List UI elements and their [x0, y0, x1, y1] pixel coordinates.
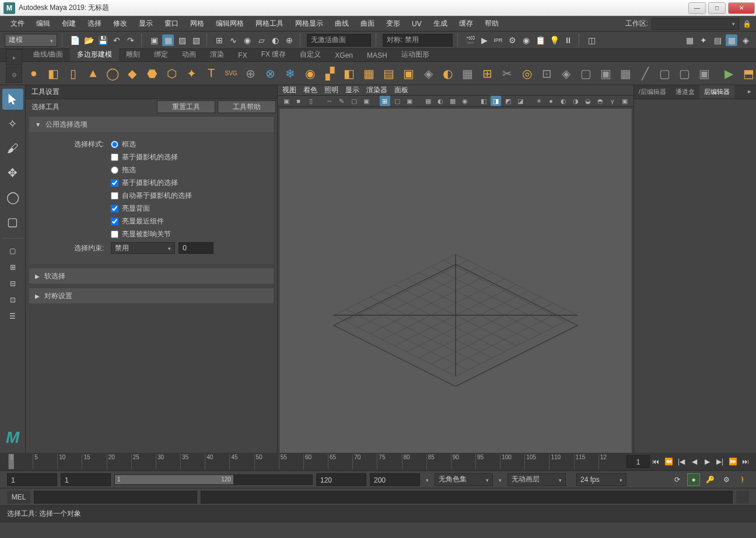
layout-four-icon[interactable]: ⊞: [2, 261, 23, 274]
select-hierarchy-icon[interactable]: ▣: [148, 34, 160, 46]
quad-draw-icon[interactable]: ⊞: [480, 65, 495, 82]
menu-editmesh[interactable]: 编辑网格: [210, 16, 250, 31]
svg-icon[interactable]: SVG: [223, 65, 239, 82]
shelf-tab-xgen[interactable]: XGen: [328, 50, 360, 61]
save-scene-icon[interactable]: 💾: [97, 34, 108, 46]
new-scene-icon[interactable]: 📄: [69, 34, 80, 46]
snap-curve-icon[interactable]: ∿: [228, 34, 239, 46]
layout-single-icon[interactable]: ▢: [2, 244, 23, 257]
vp-isolate-icon[interactable]: ◧: [478, 96, 489, 106]
freeze-icon[interactable]: ⊗: [263, 65, 278, 82]
tab-layer-editor[interactable]: 层编辑器: [699, 85, 734, 99]
vp-ao-icon[interactable]: ●: [546, 96, 556, 106]
lock-icon[interactable]: 🔒: [743, 20, 751, 28]
redo-icon[interactable]: ↷: [125, 34, 136, 46]
vp-view-transform-icon[interactable]: ▣: [620, 96, 630, 106]
right-panel-collapse-icon[interactable]: ▸: [743, 85, 756, 99]
retopo-icon[interactable]: ▦: [460, 65, 475, 82]
vp-resolution-gate-icon[interactable]: ▣: [361, 96, 372, 106]
current-frame-field[interactable]: 1: [626, 455, 650, 468]
shelf-extra-icon[interactable]: ⬒: [741, 65, 756, 82]
script-lang-toggle[interactable]: MEL: [7, 491, 30, 504]
open-scene-icon[interactable]: 📂: [83, 34, 94, 46]
shelf-tab-toggle[interactable]: ▸: [6, 49, 22, 65]
expose-icon[interactable]: ◫: [586, 34, 597, 46]
select-object-icon[interactable]: ▦: [162, 34, 174, 46]
paint-select-tool[interactable]: 🖌: [2, 138, 23, 159]
tool-help-button[interactable]: 工具帮助: [218, 100, 276, 113]
select-component-icon[interactable]: ▨: [176, 34, 188, 46]
menu-edit[interactable]: 编辑: [30, 16, 56, 31]
common-select-options-header[interactable]: ▼公用选择选项: [29, 117, 274, 132]
poly-cylinder-icon[interactable]: ▯: [66, 65, 81, 82]
shelf-tab-mash[interactable]: MASH: [360, 50, 394, 61]
poly-platonic-icon[interactable]: ⬡: [164, 65, 180, 82]
vp-menu-panels[interactable]: 面板: [394, 85, 408, 95]
step-forward-icon[interactable]: ▶|: [714, 456, 726, 467]
sculpt-icon[interactable]: ▢: [579, 65, 594, 82]
auto-camera-checkbox[interactable]: [111, 192, 118, 200]
vp-textured-icon[interactable]: ▩: [447, 96, 458, 106]
vp-exposure-icon[interactable]: ◓: [595, 96, 606, 106]
vp-safe-action-icon[interactable]: ▣: [404, 96, 415, 106]
set-key-icon[interactable]: 🔑: [704, 473, 716, 486]
poly-plane-icon[interactable]: ◆: [125, 65, 140, 82]
menu-mesh[interactable]: 网格: [184, 16, 210, 31]
script-editor-button[interactable]: [736, 491, 749, 504]
bridge-icon[interactable]: ▤: [382, 65, 397, 82]
menu-surfaces[interactable]: 曲面: [355, 16, 380, 31]
shelf-tab-rendering[interactable]: 渲染: [203, 48, 231, 61]
toggle-channel-icon[interactable]: ▤: [712, 34, 723, 46]
menu-display[interactable]: 显示: [133, 16, 159, 31]
render-view-icon[interactable]: 🎬: [464, 34, 476, 46]
shelf-tab-sculpt[interactable]: 雕刻: [119, 48, 147, 61]
tab-attr-layer[interactable]: /层编辑器: [634, 85, 671, 99]
target-weld-icon[interactable]: ◎: [519, 65, 534, 82]
command-input[interactable]: [34, 491, 197, 504]
symmetry-settings-header[interactable]: ▶对称设置: [29, 288, 274, 303]
pivot-icon[interactable]: ⊕: [243, 65, 258, 82]
menu-modify[interactable]: 修改: [107, 16, 133, 31]
time-slider[interactable]: 1510152025303540455055606570758085909510…: [0, 453, 756, 470]
vp-menu-lighting[interactable]: 照明: [324, 85, 338, 95]
menuset-dropdown[interactable]: 建模: [5, 34, 57, 47]
tab-channel-box[interactable]: 通道盒: [671, 85, 699, 99]
vp-gamma-icon[interactable]: γ: [607, 96, 618, 106]
vp-xray-icon[interactable]: ◨: [491, 96, 501, 106]
menu-deform[interactable]: 变形: [380, 16, 406, 31]
menu-uv[interactable]: UV: [406, 18, 428, 30]
shelf-tab-fxcache[interactable]: FX 缓存: [254, 48, 293, 61]
vp-motion-blur-icon[interactable]: ◐: [558, 96, 569, 106]
playback-prefs-icon[interactable]: ⚙: [720, 473, 733, 486]
anim-start-field[interactable]: 1: [7, 473, 57, 486]
cleanup-icon[interactable]: ◈: [559, 65, 574, 82]
soft-select-icon[interactable]: ▣: [598, 65, 614, 82]
vp-dof-icon[interactable]: ◒: [583, 96, 593, 106]
connect-icon[interactable]: ⊡: [539, 65, 554, 82]
pause-render-icon[interactable]: ⏸: [562, 34, 574, 46]
play-backward-icon[interactable]: ◀: [688, 456, 700, 467]
snap-center-icon[interactable]: ⊕: [284, 34, 295, 46]
highlight-nearest-checkbox[interactable]: [111, 218, 118, 225]
layout-persp-icon[interactable]: ☰: [2, 310, 23, 323]
auto-uv-icon[interactable]: ▢: [657, 65, 673, 82]
menu-create[interactable]: 创建: [56, 16, 82, 31]
vp-use-lights-icon[interactable]: ◉: [460, 96, 470, 106]
poly-cube-icon[interactable]: ◧: [46, 65, 61, 82]
loop-icon[interactable]: ⟳: [671, 473, 684, 486]
highlight-affected-checkbox[interactable]: [111, 230, 118, 238]
menu-windows[interactable]: 窗口: [159, 16, 184, 31]
spherical-uv-icon[interactable]: ▣: [697, 65, 712, 82]
live-surface-field[interactable]: 无激活曲面: [307, 34, 371, 47]
boolean-icon[interactable]: ◧: [342, 65, 357, 82]
highlight-backfaces-checkbox[interactable]: [111, 205, 118, 212]
undo-icon[interactable]: ↶: [111, 34, 123, 46]
close-button[interactable]: ✕: [728, 2, 755, 14]
poly-torus-icon[interactable]: ◯: [105, 65, 120, 82]
vp-2d-pan-icon[interactable]: ↔: [324, 96, 335, 106]
drag-camera-checkbox[interactable]: [111, 179, 118, 187]
planar-icon[interactable]: ╱: [638, 65, 653, 82]
shelf-tab-custom[interactable]: 自定义: [293, 48, 328, 61]
minimize-button[interactable]: —: [688, 2, 706, 14]
toggle-layer-icon[interactable]: ◈: [740, 34, 751, 46]
